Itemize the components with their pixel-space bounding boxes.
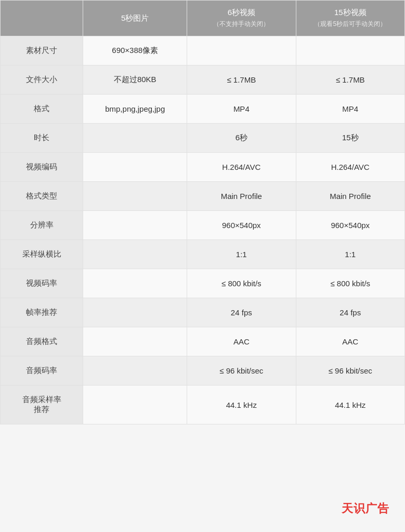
- row-col2: Main Profile: [187, 182, 296, 211]
- row-label: 格式: [1, 95, 83, 124]
- row-col2: 24 fps: [187, 298, 296, 327]
- table-row: 素材尺寸690×388像素: [1, 36, 405, 65]
- row-col3: 1:1: [296, 240, 404, 269]
- row-label: 分辨率: [1, 211, 83, 240]
- row-col3: 24 fps: [296, 298, 404, 327]
- header-5sec-image: 5秒图片: [83, 1, 187, 36]
- row-col3: 15秒: [296, 124, 404, 153]
- table-row: 文件大小不超过80KB≤ 1.7MB≤ 1.7MB: [1, 65, 405, 95]
- row-label: 采样纵横比: [1, 240, 83, 269]
- row-col1: [83, 240, 187, 269]
- row-col1: [83, 182, 187, 211]
- row-col1: [83, 153, 187, 182]
- row-col3: 44.1 kHz: [296, 385, 404, 424]
- row-col1: 不超过80KB: [83, 65, 187, 95]
- header-15sec-video: 15秒视频 （观看5秒后可手动关闭）: [296, 1, 404, 36]
- row-label: 帧率推荐: [1, 298, 83, 327]
- table-row: 视频编码H.264/AVCH.264/AVC: [1, 153, 405, 182]
- table-row: 格式bmp,png,jpeg,jpgMP4MP4: [1, 95, 405, 124]
- row-col3: AAC: [296, 327, 404, 356]
- row-col3: ≤ 800 kbit/s: [296, 269, 404, 298]
- row-col2: 960×540px: [187, 211, 296, 240]
- header-6sec-video: 6秒视频 （不支持手动关闭）: [187, 1, 296, 36]
- row-col2: AAC: [187, 327, 296, 356]
- table-row: 时长6秒15秒: [1, 124, 405, 153]
- row-col2: ≤ 1.7MB: [187, 65, 296, 95]
- table-row: 分辨率960×540px960×540px: [1, 211, 405, 240]
- row-col3: ≤ 96 kbit/sec: [296, 356, 404, 385]
- table-row: 格式类型Main ProfileMain Profile: [1, 182, 405, 211]
- table-row: 音频码率≤ 96 kbit/sec≤ 96 kbit/sec: [1, 356, 405, 385]
- row-col2: ≤ 96 kbit/sec: [187, 356, 296, 385]
- table-row: 帧率推荐24 fps24 fps: [1, 298, 405, 327]
- row-label: 文件大小: [1, 65, 83, 95]
- row-col2: H.264/AVC: [187, 153, 296, 182]
- table-row: 音频采样率 推荐44.1 kHz44.1 kHz: [1, 385, 405, 424]
- row-col1: [83, 385, 187, 424]
- row-col2: 6秒: [187, 124, 296, 153]
- row-col2: 1:1: [187, 240, 296, 269]
- row-label: 视频编码: [1, 153, 83, 182]
- row-col3: Main Profile: [296, 182, 404, 211]
- row-label: 音频码率: [1, 356, 83, 385]
- row-col3: H.264/AVC: [296, 153, 404, 182]
- row-col2: [187, 36, 296, 65]
- table-row: 视频码率≤ 800 kbit/s≤ 800 kbit/s: [1, 269, 405, 298]
- row-col2: 44.1 kHz: [187, 385, 296, 424]
- row-col3: ≤ 1.7MB: [296, 65, 404, 95]
- specs-table: 5秒图片 6秒视频 （不支持手动关闭） 15秒视频 （观看5秒后可手动关闭） 素…: [0, 0, 405, 424]
- watermark: 天识广告: [342, 501, 389, 516]
- row-col1: [83, 211, 187, 240]
- row-col1: [83, 124, 187, 153]
- row-col1: [83, 269, 187, 298]
- row-label: 时长: [1, 124, 83, 153]
- row-col1: 690×388像素: [83, 36, 187, 65]
- table-row: 音频格式AACAAC: [1, 327, 405, 356]
- row-label: 视频码率: [1, 269, 83, 298]
- row-col3: 960×540px: [296, 211, 404, 240]
- row-label: 格式类型: [1, 182, 83, 211]
- row-col1: bmp,png,jpeg,jpg: [83, 95, 187, 124]
- row-col1: [83, 356, 187, 385]
- row-label: 音频采样率 推荐: [1, 385, 83, 424]
- table-row: 采样纵横比1:11:1: [1, 240, 405, 269]
- row-col3: [296, 36, 404, 65]
- header-empty: [1, 1, 83, 36]
- table-container: 5秒图片 6秒视频 （不支持手动关闭） 15秒视频 （观看5秒后可手动关闭） 素…: [0, 0, 405, 424]
- row-label: 素材尺寸: [1, 36, 83, 65]
- row-col1: [83, 298, 187, 327]
- row-col2: ≤ 800 kbit/s: [187, 269, 296, 298]
- row-col2: MP4: [187, 95, 296, 124]
- row-label: 音频格式: [1, 327, 83, 356]
- row-col3: MP4: [296, 95, 404, 124]
- row-col1: [83, 327, 187, 356]
